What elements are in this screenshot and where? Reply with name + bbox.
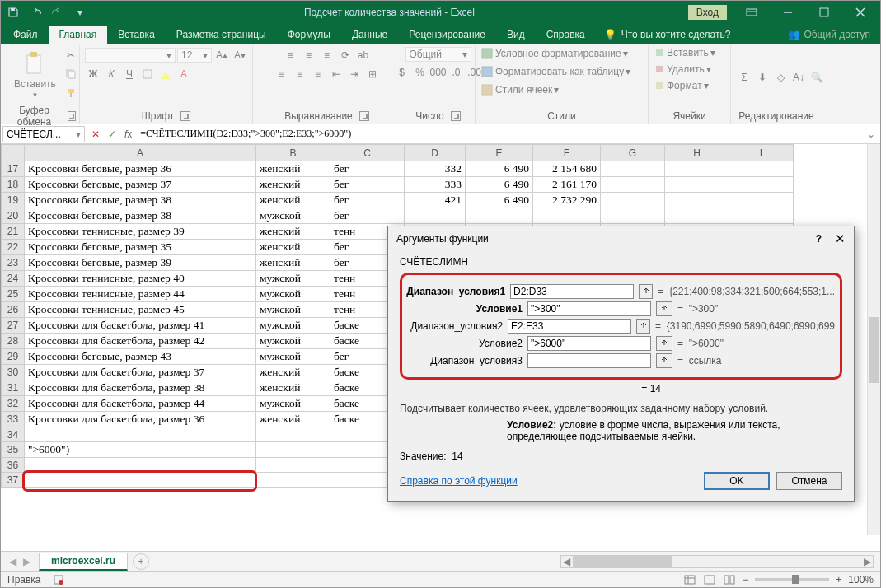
shrink-font-icon[interactable]: A▾ (232, 47, 248, 63)
cell[interactable]: женский (256, 193, 330, 208)
cell[interactable]: мужской (256, 302, 330, 318)
wrap-text-icon[interactable]: ab (355, 47, 372, 63)
cell[interactable]: Кроссовки теннисные, размер 39 (25, 224, 256, 240)
cell[interactable]: бег (330, 208, 405, 224)
redo-icon[interactable] (47, 2, 68, 22)
tab-nav-next-icon[interactable]: ▶ (23, 556, 30, 567)
tab-Формулы[interactable]: Формулы (277, 26, 341, 44)
select-all[interactable] (2, 145, 25, 161)
cell[interactable]: Кроссовки теннисные, размер 45 (25, 302, 256, 318)
row-header-24[interactable]: 24 (2, 271, 25, 287)
inc-decimal-icon[interactable]: .0 (448, 64, 465, 81)
dialog-help-icon[interactable]: ? (816, 233, 822, 245)
cell[interactable]: мужской (256, 396, 330, 412)
orientation-icon[interactable]: ⟳ (337, 47, 354, 63)
tab-Вставка[interactable]: Вставка (107, 26, 166, 44)
new-sheet-icon[interactable]: + (133, 553, 149, 570)
row-header-30[interactable]: 30 (2, 365, 25, 380)
copy-icon[interactable] (63, 66, 79, 82)
cell[interactable]: женский (256, 224, 330, 240)
arg-input-4[interactable] (527, 353, 651, 368)
cell[interactable]: бег (330, 161, 405, 177)
dialog-close-icon[interactable]: ✕ (835, 231, 846, 246)
row-header-33[interactable]: 33 (2, 412, 25, 427)
cell[interactable] (256, 473, 330, 488)
cell[interactable]: женский (256, 380, 330, 396)
cell[interactable]: 6 490 (466, 177, 533, 193)
sort-filter-icon[interactable]: A↓ (790, 69, 807, 86)
tab-Справка[interactable]: Справка (536, 26, 596, 44)
cell[interactable] (665, 177, 729, 193)
paste-button[interactable]: Вставить▼ (9, 49, 61, 100)
delete-cells-button[interactable]: Удалить ▾ (654, 63, 711, 75)
cell[interactable]: женский (256, 161, 330, 177)
row-header-37[interactable]: 37 (2, 473, 25, 488)
cell[interactable] (256, 427, 330, 442)
align-left-icon[interactable]: ≡ (274, 66, 290, 82)
collapse-dialog-icon[interactable] (639, 284, 653, 299)
find-icon[interactable]: 🔍 (808, 69, 825, 86)
row-header-34[interactable]: 34 (2, 427, 25, 442)
view-normal-icon[interactable] (683, 574, 696, 586)
col-header-B[interactable]: B (256, 145, 330, 161)
row-header-35[interactable]: 35 (2, 442, 25, 458)
cell[interactable]: Кроссовки беговые, размер 38 (25, 208, 256, 224)
align-bottom-icon[interactable]: ≡ (319, 47, 335, 63)
row-header-18[interactable]: 18 (2, 177, 25, 193)
comma-icon[interactable]: 000 (430, 64, 447, 81)
row-header-23[interactable]: 23 (2, 255, 25, 271)
conditional-format-button[interactable]: Условное форматирование ▾ (480, 47, 628, 60)
col-header-H[interactable]: H (665, 145, 729, 161)
tab-nav-prev-icon[interactable]: ◀ (9, 556, 16, 567)
format-cells-button[interactable]: Формат ▾ (654, 80, 709, 91)
cell[interactable]: бег (330, 193, 405, 208)
indent-dec-icon[interactable]: ⇤ (328, 66, 344, 82)
border-icon[interactable] (139, 66, 156, 82)
zoom-in-icon[interactable]: + (836, 574, 841, 586)
tab-Файл[interactable]: Файл (2, 26, 49, 44)
view-layout-icon[interactable] (703, 574, 716, 586)
cell[interactable]: женский (256, 177, 330, 193)
fill-icon[interactable]: ⬇ (754, 69, 771, 86)
row-header-17[interactable]: 17 (2, 161, 25, 177)
cell[interactable] (665, 161, 729, 177)
vertical-scrollbar[interactable] (867, 144, 880, 535)
zoom-out-icon[interactable]: − (743, 574, 748, 586)
cell[interactable]: Кроссовки для баскетбола, размер 44 (25, 396, 256, 412)
percent-icon[interactable]: % (412, 64, 429, 81)
cell[interactable]: женский (256, 412, 330, 427)
cell[interactable] (729, 177, 794, 193)
qat-dropdown-icon[interactable]: ▾ (69, 2, 91, 22)
arg-input-0[interactable] (510, 284, 634, 299)
tab-Рецензирование[interactable]: Рецензирование (398, 26, 496, 44)
fx-icon[interactable]: fx (124, 128, 132, 140)
italic-icon[interactable]: К (103, 66, 119, 82)
align-center-icon[interactable]: ≡ (292, 66, 308, 82)
cell[interactable]: мужской (256, 318, 330, 334)
number-launcher[interactable] (451, 111, 461, 121)
undo-icon[interactable] (25, 2, 46, 22)
cell[interactable]: Кроссовки для баскетбола, размер 42 (25, 334, 256, 349)
autosum-icon[interactable]: Σ (736, 69, 752, 86)
cell[interactable]: 6 490 (466, 161, 533, 177)
collapse-dialog-icon[interactable] (656, 301, 672, 316)
collapse-dialog-icon[interactable] (656, 353, 672, 368)
cell[interactable]: мужской (256, 287, 330, 302)
font-name-combo[interactable]: ▾ (85, 48, 176, 63)
cell[interactable]: мужской (256, 349, 330, 365)
tab-Вид[interactable]: Вид (496, 26, 536, 44)
row-header-22[interactable]: 22 (2, 240, 25, 255)
cell[interactable]: мужской (256, 208, 330, 224)
maximize-icon[interactable] (806, 1, 842, 24)
row-header-32[interactable]: 32 (2, 396, 25, 412)
cell[interactable]: Кроссовки беговые, размер 35 (25, 240, 256, 255)
help-link[interactable]: Справка по этой функции (400, 475, 518, 487)
cell[interactable]: Кроссовки беговые, размер 36 (25, 161, 256, 177)
minimize-icon[interactable] (770, 1, 806, 24)
cell[interactable]: 2 161 170 (533, 177, 601, 193)
col-header-I[interactable]: I (729, 145, 794, 161)
cancel-button[interactable]: Отмена (776, 472, 842, 490)
row-header-27[interactable]: 27 (2, 318, 25, 334)
font-launcher[interactable] (180, 111, 190, 121)
cell[interactable]: 421 (405, 193, 466, 208)
